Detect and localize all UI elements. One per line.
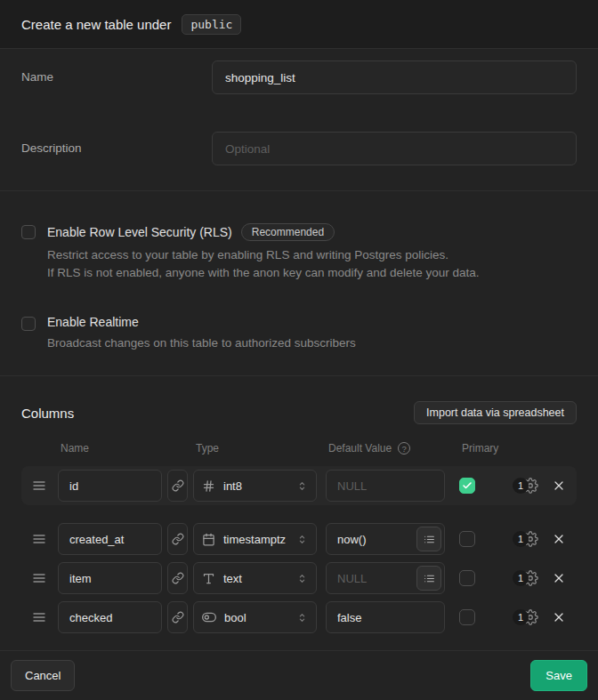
primary-key-checkbox[interactable] [459,478,475,494]
drag-handle-icon[interactable] [32,532,48,546]
header-name: Name [61,442,196,455]
remove-column-icon[interactable] [552,532,566,546]
column-row-item: text 1 [21,559,577,598]
hash-icon [202,479,215,493]
table-description-input[interactable] [212,132,577,165]
name-field-row: Name [21,60,577,94]
cancel-button[interactable]: Cancel [11,660,75,691]
column-type-select[interactable]: timestamptz [193,523,317,555]
columns-table-headers: Name Type Default Value ? Primary [21,442,577,455]
dialog-title: Create a new table under [21,17,171,32]
column-row-id: int8 1 [21,466,577,505]
settings-count-badge: 1 [513,570,529,586]
description-field-row: Description [21,132,577,165]
default-value-suggestions-icon[interactable] [416,527,441,551]
foreign-key-link-icon[interactable] [167,601,188,633]
create-table-dialog: Create a new table under public Name Des… [0,0,598,700]
save-button[interactable]: Save [530,660,587,691]
primary-key-checkbox[interactable] [459,570,475,586]
columns-section: Columns Import data via spreadsheet Name… [0,376,598,650]
column-type-value: text [223,572,242,585]
calendar-icon [202,533,215,546]
settings-count-badge: 1 [513,478,529,494]
columns-heading: Columns [21,406,74,421]
column-settings-button[interactable]: 1 [513,609,538,625]
remove-column-icon[interactable] [552,610,566,624]
drag-handle-icon[interactable] [32,610,48,624]
drag-handle-icon[interactable] [32,571,48,585]
foreign-key-link-icon[interactable] [167,470,188,502]
description-label: Description [21,132,212,165]
column-name-input[interactable] [58,562,162,594]
column-name-input[interactable] [58,470,162,502]
column-row-created-at: timestamptz 1 [21,519,577,559]
default-value-input[interactable] [326,601,445,633]
column-name-input[interactable] [58,523,162,555]
realtime-label: Enable Realtime [47,315,139,329]
options-section: Enable Row Level Security (RLS) Recommen… [0,191,598,376]
table-info-section: Name Description [0,49,598,191]
chevrons-up-down-icon [296,573,308,584]
header-default-value: Default Value [328,442,392,455]
column-type-value: bool [224,611,246,624]
header-type: Type [196,442,328,455]
column-row-checked: bool 1 [21,598,577,637]
rls-description: Restrict access to your table by enablin… [47,246,480,282]
chevrons-up-down-icon [296,612,308,624]
remove-column-icon[interactable] [552,571,566,585]
settings-count-badge: 1 [513,531,529,547]
chevrons-up-down-icon [296,534,308,545]
realtime-option: Enable Realtime Broadcast changes on thi… [21,315,577,352]
settings-count-badge: 1 [513,609,529,625]
type-icon [202,572,215,585]
dialog-header: Create a new table under public [0,0,598,49]
rls-label: Enable Row Level Security (RLS) [47,225,232,239]
column-settings-button[interactable]: 1 [513,531,538,547]
recommended-badge: Recommended [241,223,335,241]
realtime-texts: Enable Realtime Broadcast changes on thi… [47,315,356,352]
rls-option: Enable Row Level Security (RLS) Recommen… [21,223,577,282]
column-name-input[interactable] [58,601,162,633]
chevrons-up-down-icon [296,480,308,492]
header-primary: Primary [462,442,498,455]
help-icon[interactable]: ? [398,442,410,455]
realtime-checkbox[interactable] [21,317,36,331]
toggle-icon [202,610,216,624]
column-type-select[interactable]: bool [193,601,317,633]
default-value-input[interactable] [326,470,445,502]
column-type-select[interactable]: text [193,562,317,594]
default-value-suggestions-icon[interactable] [416,566,441,591]
name-label: Name [21,60,212,94]
column-settings-button[interactable]: 1 [513,570,538,586]
schema-badge: public [182,14,241,35]
dialog-footer: Cancel Save [0,650,598,700]
foreign-key-link-icon[interactable] [167,562,188,594]
column-settings-button[interactable]: 1 [513,478,538,494]
table-name-input[interactable] [212,60,577,94]
realtime-description: Broadcast changes on this table to autho… [47,334,356,352]
column-type-select[interactable]: int8 [193,470,317,502]
drag-handle-icon[interactable] [32,479,48,493]
rls-texts: Enable Row Level Security (RLS) Recommen… [47,223,480,282]
remove-column-icon[interactable] [552,479,566,493]
import-spreadsheet-button[interactable]: Import data via spreadsheet [414,401,577,424]
foreign-key-link-icon[interactable] [167,523,188,555]
primary-key-checkbox[interactable] [459,609,475,625]
rls-checkbox[interactable] [21,225,36,239]
primary-key-checkbox[interactable] [459,531,475,547]
column-type-value: timestamptz [223,533,286,546]
column-type-value: int8 [223,479,242,493]
